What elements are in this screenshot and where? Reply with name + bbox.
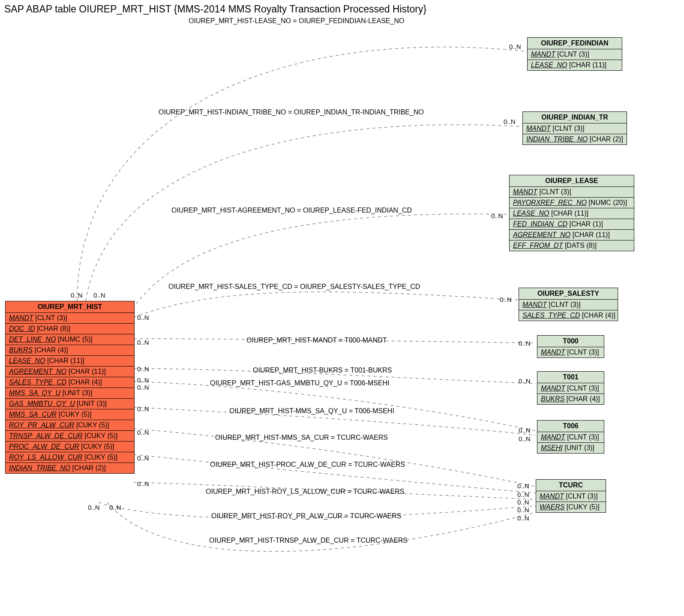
relation-label: OIUREP_MRT_HIST-SALES_TYPE_CD = OIUREP_S… — [168, 283, 420, 291]
cardinality-label: 0..N — [500, 296, 512, 303]
entity-t001: T001 MANDT [CLNT (3)] BUKRS [CHAR (4)] — [537, 371, 604, 405]
cardinality-label: 0..N — [519, 377, 531, 385]
cardinality-label: 0..N — [137, 314, 149, 321]
field-row: GAS_MMBTU_QY_U [UNIT (3)] — [6, 399, 134, 409]
field-row: INDIAN_TRIBE_NO [CHAR (2)] — [6, 463, 134, 473]
entity-oiurep-lease: OIUREP_LEASE MANDT [CLNT (3)] PAYORXREF_… — [509, 175, 634, 251]
field-row: MANDT [CLNT (3)] — [6, 313, 134, 324]
entity-header: OIUREP_FEDINDIAN — [528, 38, 622, 49]
field-row: MSEHI [UNIT (3)] — [537, 443, 604, 453]
field-row: WAERS [CUKY (5)] — [536, 502, 606, 512]
cardinality-label: 0..N — [509, 43, 521, 50]
relation-label: OIUREP_MRT_HIST-GAS_MMBTU_QY_U = T006-MS… — [210, 379, 390, 387]
cardinality-label: 0..N — [491, 212, 503, 219]
field-row: MANDT [CLNT (3)] — [537, 347, 604, 358]
field-row: BUKRS [CHAR (4)] — [537, 394, 604, 404]
entity-header: OIUREP_INDIAN_TR — [523, 112, 627, 123]
relation-label: OIUREP_MRT_HIST-INDIAN_TRIBE_NO = OIUREP… — [159, 108, 424, 116]
field-row: PAYORXREF_REC_NO [NUMC (20)] — [510, 198, 634, 208]
cardinality-label: 0..N — [519, 435, 531, 442]
cardinality-label: 0..N — [517, 491, 529, 498]
page-title: SAP ABAP table OIUREP_MRT_HIST {MMS-2014… — [4, 3, 426, 15]
relation-label: OIUREP_MRT_HIST-LEASE_NO = OIUREP_FEDIND… — [189, 17, 404, 25]
entity-header: T001 — [537, 372, 604, 383]
entity-header: OIUREP_SALESTY — [519, 288, 618, 300]
field-row: SALES_TYPE_CD [CHAR (4)] — [6, 377, 134, 388]
field-row: MANDT [CLNT (3)] — [536, 491, 606, 502]
relation-label: OIUREP_MRT_HIST-PROC_ALW_DE_CUR = TCURC-… — [210, 461, 405, 469]
field-row: PROC_ALW_DE_CUR [CUKY (5)] — [6, 442, 134, 452]
cardinality-label: 0..N — [137, 339, 149, 346]
field-row: TRNSP_ALW_DE_CUR [CUKY (5)] — [6, 431, 134, 442]
cardinality-label: 0..N — [137, 365, 149, 373]
cardinality-label: 0..N — [504, 118, 516, 125]
cardinality-label: 0..N — [88, 504, 100, 511]
cardinality-label: 0..N — [519, 427, 531, 434]
field-row: ROY_LS_ALLOW_CUR [CUKY (5)] — [6, 452, 134, 463]
entity-header: OIUREP_LEASE — [510, 175, 634, 187]
field-row: AGREEMENT_NO [CHAR (11)] — [6, 367, 134, 377]
cardinality-label: 0..N — [137, 384, 149, 391]
entity-oiurep-fedindian: OIUREP_FEDINDIAN MANDT [CLNT (3)] LEASE_… — [527, 37, 622, 71]
field-row: MMS_SA_CUR [CUKY (5)] — [6, 409, 134, 420]
relation-label: OIUREP_MRT_HIST-MMS_SA_CUR = TCURC-WAERS — [215, 434, 388, 442]
field-row: SALES_TYPE_CD [CHAR (4)] — [519, 310, 618, 321]
field-row: LEASE_NO [CHAR (11)] — [6, 356, 134, 367]
field-row: DOC_ID [CHAR (8)] — [6, 324, 134, 334]
field-row: INDIAN_TRIBE_NO [CHAR (2)] — [523, 134, 627, 144]
cardinality-label: 0..N — [517, 514, 529, 522]
field-row: MANDT [CLNT (3)] — [519, 300, 618, 310]
relation-label: OIUREP_MRT_HIST-AGREEMENT_NO = OIUREP_LE… — [171, 207, 412, 214]
entity-header: TCURC — [536, 480, 606, 491]
field-row: LEASE_NO [CHAR (11)] — [528, 60, 622, 70]
field-row: BUKRS [CHAR (4)] — [6, 345, 134, 356]
entity-tcurc: TCURC MANDT [CLNT (3)] WAERS [CUKY (5)] — [536, 479, 606, 513]
relation-label: OIUREP_MRT_HIST-ROY_LS_ALLOW_CUR = TCURC… — [206, 488, 404, 496]
cardinality-label: 0..N — [137, 405, 149, 412]
field-row: MMS_SA_QY_U [UNIT (3)] — [6, 388, 134, 399]
entity-t006: T006 MANDT [CLNT (3)] MSEHI [UNIT (3)] — [537, 420, 604, 454]
field-row: MANDT [CLNT (3)] — [523, 123, 627, 134]
cardinality-label: 0..N — [93, 291, 105, 299]
relation-label: OIUREP_MRT_HIST-ROY_PR_ALW_CUR = TCURC-W… — [211, 512, 401, 520]
cardinality-label: 0..N — [517, 482, 529, 490]
cardinality-label: 0..N — [519, 340, 531, 347]
field-row: FED_INDIAN_CD [CHAR (1)] — [510, 219, 634, 230]
field-row: DET_LINE_NO [NUMC (5)] — [6, 334, 134, 345]
entity-header: T006 — [537, 421, 604, 432]
field-row: LEASE_NO [CHAR (11)] — [510, 208, 634, 219]
field-row: MANDT [CLNT (3)] — [537, 383, 604, 394]
field-row: EFF_FROM_DT [DATS (8)] — [510, 240, 634, 251]
cardinality-label: 0..N — [137, 454, 149, 462]
field-row: MANDT [CLNT (3)] — [528, 49, 622, 60]
relation-label: OIUREP_MRT_HIST-TRNSP_ALW_DE_CUR = TCURC… — [209, 537, 408, 544]
relation-label: OIUREP_MRT_HIST-BUKRS = T001-BUKRS — [253, 367, 392, 374]
cardinality-label: 0..N — [137, 376, 149, 384]
cardinality-label: 0..N — [109, 504, 121, 511]
field-row: AGREEMENT_NO [CHAR (11)] — [510, 230, 634, 240]
entity-header: T000 — [537, 336, 604, 347]
relation-label: OIUREP_MRT_HIST-MANDT = T000-MANDT — [246, 337, 387, 344]
cardinality-label: 0..N — [517, 506, 529, 514]
relation-label: OIUREP_MRT_HIST-MMS_SA_QY_U = T006-MSEHI — [229, 407, 394, 415]
cardinality-label: 0..N — [137, 429, 149, 436]
cardinality-label: 0..N — [71, 291, 83, 299]
entity-oiurep-salesty: OIUREP_SALESTY MANDT [CLNT (3)] SALES_TY… — [519, 288, 618, 321]
field-row: MANDT [CLNT (3)] — [537, 432, 604, 443]
field-row: ROY_PR_ALW_CUR [CUKY (5)] — [6, 420, 134, 431]
entity-t000: T000 MANDT [CLNT (3)] — [537, 335, 604, 358]
cardinality-label: 0..N — [137, 480, 149, 487]
field-row: MANDT [CLNT (3)] — [510, 187, 634, 198]
cardinality-label: 0..N — [517, 499, 529, 506]
entity-header: OIUREP_MRT_HIST — [6, 301, 134, 313]
entity-oiurep-indian-tr: OIUREP_INDIAN_TR MANDT [CLNT (3)] INDIAN… — [522, 111, 627, 145]
entity-oiurep-mrt-hist: OIUREP_MRT_HIST MANDT [CLNT (3)] DOC_ID … — [5, 301, 135, 474]
